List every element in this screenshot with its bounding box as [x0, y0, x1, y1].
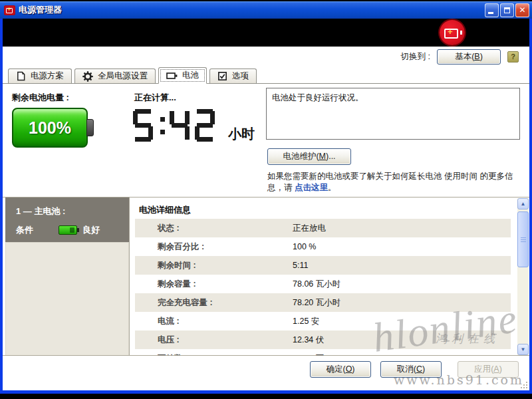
ok-button[interactable]: 确定(O): [310, 361, 371, 378]
scroll-down-button[interactable]: ▼: [517, 344, 529, 355]
primary-battery-title: 1 — 主电池 :: [16, 205, 65, 217]
close-button[interactable]: ✕: [515, 3, 529, 17]
help-icon[interactable]: ?: [507, 51, 519, 63]
details-table: 状态 : 正在放电 剩余百分比 : 100 % 剩余时间 : 5:11 剩余容量…: [135, 219, 511, 356]
screen: 电源管理器 ✕ + 切换到 : 基本(B) ?: [0, 0, 532, 399]
battery-info-text: 如果您需要新的电池或要了解关于如何延长电池 使用时间 的更多信息，请 点击这里。: [267, 171, 523, 194]
battery-maintenance-button[interactable]: 电池维护(M)...: [267, 148, 351, 165]
row-value: 1.25 安: [293, 312, 319, 331]
dialog-footer: 确定(O) 取消(C) 应用(A): [3, 355, 529, 390]
time-unit: 小时: [228, 125, 255, 144]
tab-battery[interactable]: 电池: [158, 67, 207, 84]
battery-status-box: 电池处于良好运行状况。: [266, 88, 520, 140]
vertical-scrollbar[interactable]: ▲ ▼: [517, 198, 529, 355]
row-value: 100 %: [293, 237, 316, 256]
power-manager-window: 电源管理器 ✕ + 切换到 : 基本(B) ?: [0, 1, 532, 394]
row-value: 正在放电: [293, 219, 326, 237]
window-title: 电源管理器: [19, 4, 485, 16]
tab-power-schemes[interactable]: 电源方案: [8, 68, 72, 83]
battery-details-panel: 电池详细信息 状态 : 正在放电 剩余百分比 : 100 % 剩余时间 : 5:…: [129, 198, 529, 356]
small-battery-icon: [59, 225, 77, 235]
mode-switch-row: 切换到 : 基本(B) ?: [401, 49, 519, 65]
battery-gauge: 100%: [12, 108, 88, 148]
summary-panel-body: [5, 242, 129, 356]
details-title: 电池详细信息: [139, 204, 191, 216]
table-row: 状态 : 正在放电: [135, 219, 511, 237]
resize-grip[interactable]: [519, 380, 527, 388]
battery-terminal: [86, 119, 94, 136]
condition-value: 良好: [82, 224, 100, 236]
titlebar: 电源管理器 ✕: [0, 1, 532, 19]
row-value: 5:11: [293, 256, 308, 275]
condition-label: 条件: [16, 224, 59, 236]
seven-segment-time: [133, 109, 220, 144]
minimize-icon: [488, 12, 493, 14]
row-value: 78.20 瓦小时: [293, 293, 340, 312]
row-label: 电压 :: [158, 331, 180, 349]
click-here-link[interactable]: 点击这里: [295, 183, 328, 192]
tab-options[interactable]: 选项: [209, 68, 257, 83]
table-row: 剩余容量 : 78.06 瓦小时: [135, 275, 511, 293]
row-label: 完全充电容量 :: [158, 293, 213, 312]
table-row: 剩余百分比 : 100 %: [135, 237, 511, 256]
client-area: + 切换到 : 基本(B) ? 电源方案: [3, 19, 529, 390]
row-label: 剩余时间 :: [158, 256, 196, 275]
table-row: 剩余时间 : 5:11: [135, 256, 511, 275]
battery-icon: [166, 71, 178, 80]
app-battery-icon: [4, 5, 15, 15]
maximize-button[interactable]: [500, 3, 514, 17]
row-label: 剩余百分比 :: [158, 237, 204, 256]
minimize-button[interactable]: [485, 3, 499, 17]
row-label: 电流 :: [158, 312, 180, 331]
battery-percent: 100%: [13, 118, 86, 138]
gear-icon: [82, 71, 93, 82]
remaining-time-display: 小时: [133, 109, 255, 144]
battery-plus-icon: +: [440, 20, 465, 45]
maximize-icon: [504, 7, 510, 13]
condition-row: 条件 良好: [16, 224, 100, 236]
tab-bar: 电源方案 全局电源设置: [3, 68, 529, 84]
row-value: 12.34 伏: [293, 331, 324, 349]
document-icon: [16, 71, 26, 81]
switch-label: 切换到 :: [401, 51, 430, 63]
titlebar-buttons: ✕: [485, 3, 529, 17]
battery-tab-content: 剩余电池电量 : 100% 正在计算... 小时 电池处于良好运行状况。 电池维…: [3, 84, 529, 197]
checkbox-icon: [217, 71, 227, 81]
table-row: 电压 : 12.34 伏: [135, 331, 511, 349]
remaining-charge-label: 剩余电池电量 :: [12, 92, 69, 104]
basic-mode-button[interactable]: 基本(B): [437, 49, 501, 65]
row-value: 78.06 瓦小时: [293, 275, 340, 293]
calculating-label: 正在计算...: [134, 92, 176, 104]
apply-button[interactable]: 应用(A): [458, 361, 519, 378]
scroll-up-button[interactable]: ▲: [517, 198, 529, 209]
primary-battery-panel: 1 — 主电池 : 条件 良好: [5, 198, 129, 242]
battery-detail-section: 1 — 主电池 : 条件 良好 电池详细信息 状态 : 正在放电 剩余百分比 :…: [3, 197, 529, 356]
table-row: 电流 : 1.25 安: [135, 312, 511, 331]
table-row: 完全充电容量 : 78.20 瓦小时: [135, 293, 511, 312]
cancel-button[interactable]: 取消(C): [380, 361, 442, 378]
battery-summary-column: 1 — 主电池 : 条件 良好: [5, 198, 129, 356]
row-label: 状态 :: [158, 219, 180, 237]
tab-global-power-settings[interactable]: 全局电源设置: [74, 68, 156, 83]
black-banner: +: [3, 19, 529, 47]
scrollbar-thumb[interactable]: [517, 211, 529, 267]
row-label: 剩余容量 :: [158, 275, 196, 293]
